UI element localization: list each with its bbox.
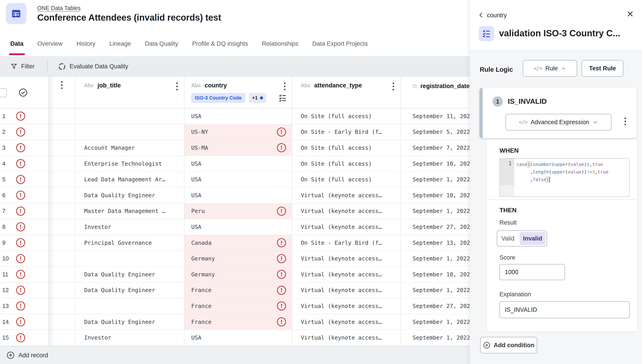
code-area[interactable]: case(isnumber(upper(value)),true ,length… <box>514 159 629 196</box>
attendance-type-cell[interactable]: Virtual (keynote access… <box>292 330 400 346</box>
row-error-icon[interactable]: ! <box>16 333 25 342</box>
select-all-checkbox[interactable] <box>0 88 7 97</box>
attendance-type-cell[interactable]: On Site - Early Bird (f… <box>292 235 400 250</box>
job-title-cell[interactable]: Account Manager <box>75 140 184 156</box>
table-row[interactable]: 9!Principal GovernanceCanada!On Site - E… <box>0 235 470 251</box>
row-error-icon[interactable]: ! <box>16 143 25 152</box>
attendance-type-cell[interactable]: On Site (full access) <box>292 140 400 156</box>
attendance-type-cell[interactable]: On Site - Early Bird (f… <box>292 124 400 140</box>
table-row[interactable]: 3!Account ManagerUS-MA!On Site (full acc… <box>0 140 470 156</box>
table-row[interactable]: 1!USAOn Site (full access)September 11, … <box>0 108 470 124</box>
registration-date-cell[interactable]: September 10, 202 <box>400 156 470 172</box>
result-toggle[interactable]: Valid Invalid <box>497 230 547 246</box>
job-title-cell[interactable]: Data Quality Engineer <box>75 188 184 203</box>
row-error-icon[interactable]: ! <box>16 286 25 295</box>
rule-type-dropdown[interactable]: </> Rule <box>523 60 577 77</box>
add-record-button[interactable]: Add record <box>0 346 470 364</box>
job-title-kebab-icon[interactable] <box>175 82 179 91</box>
close-icon[interactable]: ✕ <box>626 10 634 18</box>
tab-lineage[interactable]: Lineage <box>109 40 131 52</box>
registration-date-cell[interactable]: September 10, 202 <box>400 267 470 282</box>
score-input[interactable] <box>499 264 565 280</box>
table-row[interactable]: 13!France!Virtual (keynote access…Septem… <box>0 298 470 314</box>
breadcrumb[interactable]: ONE Data Tables <box>37 5 81 12</box>
attendance-type-cell[interactable]: Virtual (keynote access… <box>292 219 400 235</box>
header-job-title[interactable]: Abc job_title <box>75 77 184 108</box>
iso3-country-code-badge[interactable]: ISO-3 Country Code <box>191 93 245 103</box>
row-error-icon[interactable]: ! <box>16 191 25 200</box>
row-error-icon[interactable]: ! <box>16 175 25 184</box>
country-cell[interactable]: US-NY! <box>184 124 292 140</box>
tab-data-export-projects[interactable]: Data Export Projects <box>312 40 368 52</box>
test-rule-button[interactable]: Test Rule <box>582 60 623 77</box>
table-row[interactable]: 4!Enterprise TechnologistUSAOn Site (ful… <box>0 156 470 172</box>
registration-date-cell[interactable]: September 1, 2022 <box>400 314 470 330</box>
condition-card-header[interactable]: 1 IS_INVALID </> Advanced Expression <box>480 88 636 138</box>
registration-date-cell[interactable]: September 27, 202 <box>400 219 470 235</box>
country-cell[interactable]: USA <box>184 108 292 124</box>
registration-date-cell[interactable]: September 5, 2022 <box>400 124 470 140</box>
table-row[interactable]: 6!Data Quality EngineerUSAVirtual (keyno… <box>0 188 470 204</box>
header-registration-date[interactable]: registration_date <box>400 77 470 108</box>
registration-date-cell[interactable]: September 1, 2022 <box>400 204 470 219</box>
row-error-icon[interactable]: ! <box>16 128 25 136</box>
condition-kebab-icon[interactable] <box>623 116 627 126</box>
table-row[interactable]: 12!Data Quality EngineerFrance!Virtual (… <box>0 283 470 298</box>
country-cell[interactable]: Canada! <box>184 235 292 250</box>
attendance-type-cell[interactable]: Virtual (keynote access… <box>292 251 400 266</box>
table-row[interactable]: 8!InvestorUSAVirtual (keynote access…Sep… <box>0 219 470 235</box>
table-row[interactable]: 5!Lead Data Management Ar…USAOn Site (fu… <box>0 172 470 188</box>
country-cell[interactable]: USA <box>184 330 292 346</box>
job-title-cell[interactable]: Data Quality Engineer <box>75 267 184 282</box>
row-error-icon[interactable]: ! <box>16 302 25 310</box>
job-title-cell[interactable]: Investor <box>75 330 184 346</box>
table-row[interactable]: 14!Data Quality EngineerFrance!Virtual (… <box>0 314 470 330</box>
registration-date-cell[interactable]: September 7, 2022 <box>400 140 470 156</box>
job-title-cell[interactable]: Lead Data Management Ar… <box>75 172 184 187</box>
result-option-invalid[interactable]: Invalid <box>520 232 545 245</box>
country-kebab-icon[interactable] <box>283 82 286 91</box>
attendance-type-kebab-icon[interactable] <box>392 82 395 91</box>
table-row[interactable]: 11!Data Quality EngineerGermany!Virtual … <box>0 267 470 283</box>
tab-profile-dq-insights[interactable]: Profile & DQ insights <box>192 40 248 52</box>
country-cell[interactable]: Germany! <box>184 251 292 266</box>
job-title-cell[interactable]: Data Quality Engineer <box>75 283 184 298</box>
registration-date-cell[interactable]: September 13, 202 <box>400 235 470 250</box>
check-circle-icon[interactable] <box>19 88 28 97</box>
filter-button[interactable]: Filter <box>10 63 35 70</box>
row-error-icon[interactable]: ! <box>16 112 25 120</box>
expression-code-editor[interactable]: 1 case(isnumber(upper(value)),true ,leng… <box>499 158 630 197</box>
attendance-type-cell[interactable]: On Site (full access) <box>292 172 400 187</box>
attendance-type-cell[interactable]: On Site (full access) <box>292 156 400 172</box>
attendance-type-cell[interactable]: Virtual (keynote access… <box>292 204 400 219</box>
country-cell[interactable]: USA <box>184 188 292 203</box>
registration-date-cell[interactable]: September 10, 202 <box>400 188 470 203</box>
attendance-type-cell[interactable]: On Site (full access) <box>292 108 400 124</box>
tab-data[interactable]: Data <box>10 40 24 52</box>
tab-relationships[interactable]: Relationships <box>262 40 298 52</box>
registration-date-cell[interactable]: September 11, 202 <box>400 108 470 124</box>
result-option-valid[interactable]: Valid <box>497 231 519 246</box>
table-row[interactable]: 2!US-NY!On Site - Early Bird (f…Septembe… <box>0 124 470 140</box>
registration-date-cell[interactable]: September 1, 2022 <box>400 251 470 266</box>
tab-data-quality[interactable]: Data Quality <box>145 40 178 52</box>
row-error-icon[interactable]: ! <box>16 222 25 231</box>
job-title-cell[interactable] <box>75 251 184 266</box>
table-row[interactable]: 10!Germany!Virtual (keynote access…Septe… <box>0 251 470 267</box>
back-button[interactable] <box>478 12 485 18</box>
job-title-cell[interactable] <box>75 298 184 314</box>
validation-checklist-icon[interactable] <box>278 94 287 102</box>
job-title-cell[interactable]: Enterprise Technologist <box>75 156 184 172</box>
job-title-cell[interactable]: Investor <box>75 219 184 235</box>
country-cell[interactable]: Germany! <box>184 267 292 282</box>
table-row[interactable]: 15!InvestorUSAVirtual (keynote access…Se… <box>0 330 470 346</box>
country-cell[interactable]: France! <box>184 314 292 330</box>
row-error-icon[interactable]: ! <box>16 207 25 216</box>
evaluate-dq-button[interactable]: Evaluate Data Quality <box>58 62 128 70</box>
tab-overview[interactable]: Overview <box>38 40 63 52</box>
row-error-icon[interactable]: ! <box>16 238 25 247</box>
country-cell[interactable]: US-MA! <box>184 140 292 156</box>
job-title-cell[interactable]: Data Quality Engineer <box>75 314 184 330</box>
job-title-cell[interactable]: Master Data Management … <box>75 204 184 219</box>
row-error-icon[interactable]: ! <box>16 159 25 168</box>
